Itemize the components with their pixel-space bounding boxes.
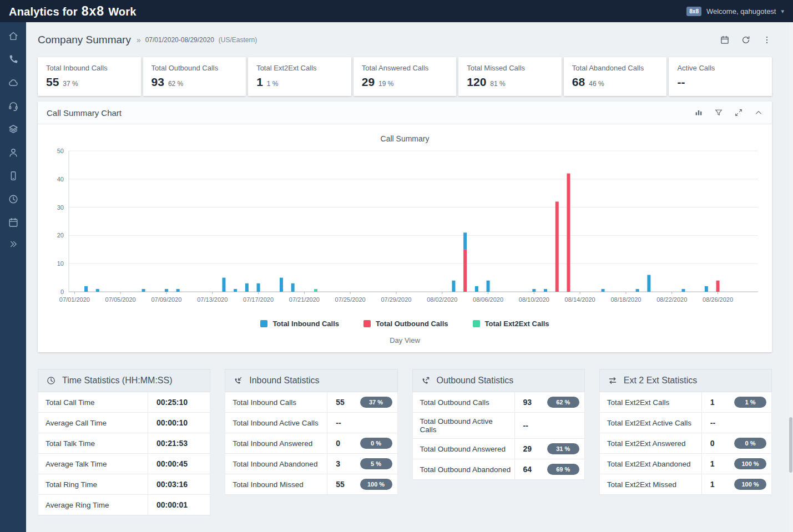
stat-label: Total Call Time — [38, 392, 148, 412]
bar-07/22/2020 — [314, 289, 317, 292]
card-percent: 46 % — [589, 80, 604, 88]
sidebar-item-users[interactable] — [0, 141, 26, 164]
home-icon — [8, 31, 19, 42]
stat-label: Total Inbound Answered — [225, 433, 327, 453]
stat-label: Total Outbound Abandoned — [413, 459, 515, 479]
chart-panel-title: Call Summary Chart — [47, 108, 122, 118]
welcome-text[interactable]: Welcome, qahugotest — [706, 7, 776, 16]
sidebar-expand-button[interactable] — [0, 234, 26, 254]
kebab-icon — [762, 35, 772, 45]
chevron-down-icon[interactable]: ▾ — [781, 8, 784, 15]
user-icon — [8, 147, 19, 158]
bar-07/19/2020 — [279, 278, 282, 292]
stat-row: Average Ring Time00:00:01 — [38, 495, 210, 515]
device-icon — [8, 170, 19, 181]
sidebar-item-home[interactable] — [0, 24, 26, 48]
stat-row: Total Ext2Ext Abandoned1100 % — [600, 454, 771, 474]
legend-item[interactable]: Total Outbound Calls — [363, 320, 448, 328]
bar-08/16/2020 — [601, 289, 604, 292]
stat-row: Total Outbound Calls9362 % — [413, 392, 584, 413]
page-header: Company Summary » 07/01/2020-08/29/2020 … — [38, 22, 772, 57]
collapse-panel-button[interactable] — [754, 108, 763, 117]
user-menu[interactable]: 8x8 Welcome, qahugotest ▾ — [686, 7, 784, 16]
headset-icon — [8, 100, 19, 112]
stat-value: 0 — [702, 433, 731, 453]
bar-07/09/2020 — [164, 289, 168, 292]
stat-panel-header: Inbound Statistics — [225, 369, 397, 392]
svg-text:08/14/2020: 08/14/2020 — [564, 296, 595, 303]
more-options-button[interactable] — [762, 35, 772, 45]
bar-08/05/2020 — [474, 286, 478, 292]
stat-value: 1 — [702, 474, 731, 494]
card-label: Total Abandoned Calls — [572, 64, 659, 72]
page-scrollbar[interactable] — [789, 22, 793, 532]
chart-type-button[interactable] — [694, 108, 703, 117]
legend-item[interactable]: Total Ext2Ext Calls — [473, 320, 549, 328]
stat-label: Total Inbound Active Calls — [225, 413, 327, 433]
stat-value: 00:00:45 — [148, 454, 210, 474]
brand-8x8: 8x8 — [82, 4, 104, 19]
svg-text:08/26/2020: 08/26/2020 — [703, 296, 733, 303]
top-bar: Analytics for 8x8 Work 8x8 Welcome, qahu… — [0, 0, 793, 22]
card-value: 55 — [46, 75, 59, 89]
card-percent: 62 % — [168, 80, 183, 88]
sidebar-item-schedule[interactable] — [0, 211, 26, 234]
stat-value: 0 — [327, 433, 356, 453]
sidebar-item-calls[interactable] — [0, 48, 26, 71]
stat-label: Total Inbound Abandoned — [225, 454, 327, 474]
stat-value: 55 — [327, 392, 356, 412]
refresh-button[interactable] — [741, 35, 751, 45]
stat-label: Total Inbound Calls — [225, 392, 327, 412]
ext2ext-statistics-panel: Ext 2 Ext StatisticsTotal Ext2Ext Calls1… — [599, 369, 772, 516]
timezone-label: (US/Eastern) — [219, 36, 257, 44]
sidebar-item-time[interactable] — [0, 188, 26, 211]
fullscreen-button[interactable] — [734, 108, 743, 117]
sidebar-item-devices[interactable] — [0, 164, 26, 188]
stat-label: Total Outbound Calls — [413, 392, 515, 412]
legend-swatch — [363, 320, 371, 327]
scrollbar-thumb[interactable] — [789, 417, 792, 473]
svg-text:08/06/2020: 08/06/2020 — [473, 296, 503, 303]
stat-label: Total Inbound Missed — [225, 474, 327, 494]
bar-08/06/2020 — [486, 281, 489, 292]
stat-row: Total Call Time00:25:10 — [38, 392, 210, 413]
chevron-up-icon — [754, 108, 763, 117]
stat-row: Total Inbound Abandoned35 % — [225, 454, 397, 474]
inbound-statistics-panel: Inbound StatisticsTotal Inbound Calls553… — [225, 369, 397, 516]
date-picker-button[interactable] — [720, 35, 730, 45]
stat-label: Average Talk Time — [38, 454, 148, 474]
legend-item[interactable]: Total Inbound Calls — [260, 320, 339, 328]
stat-value: 55 — [327, 474, 356, 494]
date-range[interactable]: 07/01/2020-08/29/2020 — [145, 36, 214, 44]
sidebar-item-cloud-services[interactable] — [0, 71, 26, 94]
sidebar-item-queues[interactable] — [0, 118, 26, 141]
stat-label: Total Ring Time — [38, 474, 148, 494]
bar-07/03/2020 — [95, 289, 99, 292]
percent-badge: 100 % — [734, 479, 766, 490]
stat-value: 3 — [327, 454, 356, 474]
stat-label: Total Ext2Ext Calls — [600, 392, 702, 412]
svg-text:07/09/2020: 07/09/2020 — [151, 296, 181, 303]
sidebar-item-agents[interactable] — [0, 94, 26, 118]
card-percent: 19 % — [378, 80, 393, 88]
percent-badge: 0 % — [734, 438, 766, 449]
bar-07/17/2020 — [256, 283, 260, 292]
summary-card-total-inbound-calls: Total Inbound Calls5537 % — [38, 57, 141, 96]
filter-button[interactable] — [714, 108, 723, 117]
outbound-statistics-panel: Outbound StatisticsTotal Outbound Calls9… — [412, 369, 585, 516]
stat-label: Total Ext2Ext Active Calls — [600, 413, 702, 433]
svg-text:07/21/2020: 07/21/2020 — [289, 296, 319, 303]
svg-text:07/17/2020: 07/17/2020 — [243, 296, 274, 303]
breadcrumb-separator: » — [137, 36, 141, 44]
clock-icon — [46, 376, 56, 386]
stat-value: 1 — [702, 392, 731, 412]
bar-chart-icon — [694, 108, 703, 117]
stat-row: Total Ext2Ext Active Calls-- — [600, 413, 771, 433]
percent-badge: 0 % — [360, 438, 392, 449]
summary-card-total-answered-calls: Total Answered Calls2919 % — [353, 57, 457, 96]
bar-07/15/2020 — [234, 289, 237, 292]
svg-text:10: 10 — [57, 260, 63, 267]
queues-icon — [8, 124, 19, 135]
calendar-icon — [8, 217, 19, 228]
brand-prefix: Analytics for — [9, 6, 78, 18]
